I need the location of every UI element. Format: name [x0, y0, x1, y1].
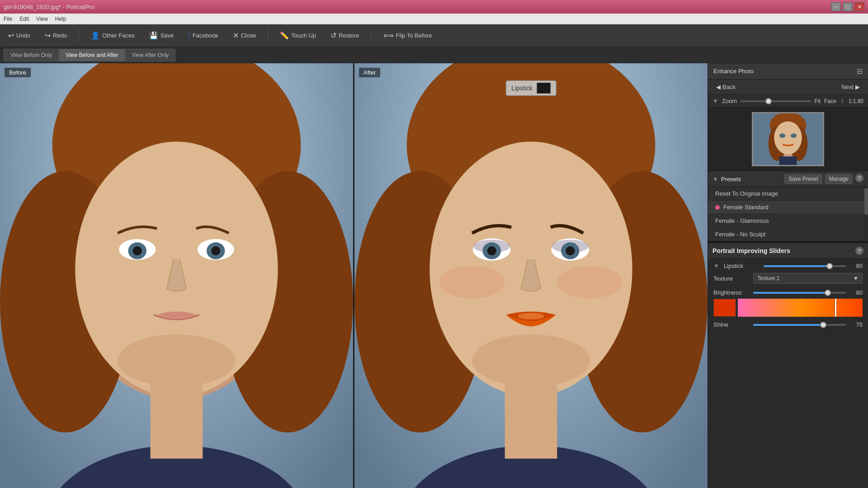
lipstick-slider-track[interactable] — [764, 265, 846, 267]
next-label: Next — [841, 84, 854, 90]
back-button[interactable]: ◀ Back — [712, 82, 739, 92]
restore-label: Restore — [339, 32, 359, 39]
presets-scrollbar[interactable] — [864, 187, 868, 241]
after-panel: After Lipstick — [354, 63, 708, 488]
lipstick-slider-thumb[interactable] — [826, 263, 833, 269]
chevron-down-icon: ▼ — [712, 98, 718, 104]
presets-chevron-icon: ▼ — [712, 176, 718, 183]
shine-label: Shine — [713, 321, 750, 328]
other-faces-button[interactable]: 👤 Other Faces — [88, 29, 137, 42]
separator-3 — [371, 29, 372, 42]
svg-point-12 — [211, 246, 220, 255]
separator-1 — [79, 29, 79, 42]
lipstick-chevron-icon: ▼ — [713, 263, 719, 269]
viewbar: View Before Only View Before and After V… — [0, 47, 868, 63]
texture-value: Texture 1 — [757, 275, 779, 282]
menu-view[interactable]: View — [36, 16, 48, 22]
shine-slider-value: 75 — [850, 321, 863, 328]
flip-to-before-button[interactable]: ⟺ Flip To Before — [381, 29, 435, 42]
menu-file[interactable]: File — [4, 16, 12, 22]
minimize-button[interactable]: ─ — [831, 2, 841, 11]
brightness-slider-thumb[interactable] — [825, 290, 831, 296]
shine-slider-track[interactable] — [753, 324, 846, 326]
back-label: Back — [722, 84, 736, 90]
close-button[interactable]: ✕ Close — [230, 29, 259, 42]
zoom-fit-button[interactable]: Fit — [815, 98, 821, 104]
before-panel: Before — [0, 63, 354, 488]
preset-item-female-no-sculpt[interactable]: Female - No Sculpt — [708, 228, 868, 241]
view-after-only-button[interactable]: View After Only — [125, 49, 175, 61]
menu-edit[interactable]: Edit — [19, 16, 29, 22]
close-window-button[interactable]: ✕ — [854, 2, 864, 11]
lipstick-section: ▼ Lipstick 80 Texture Texture 1 ▼ Bright… — [708, 259, 868, 334]
before-label: Before — [5, 68, 31, 77]
back-arrow-icon: ◀ — [716, 84, 721, 90]
other-faces-label: Other Faces — [102, 32, 135, 39]
presets-list: Reset To Original Image Female Standard … — [708, 187, 868, 241]
nav-row: ◀ Back Next ▶ — [708, 80, 868, 95]
lipstick-popup: Lipstick — [505, 80, 557, 96]
next-button[interactable]: Next ▶ — [838, 82, 863, 92]
view-before-and-after-button[interactable]: View Before and After — [59, 49, 125, 61]
svg-point-30 — [472, 334, 590, 387]
presets-title-row: ▼ Presets — [712, 176, 741, 183]
touch-up-button[interactable]: ✏️ Touch Up — [277, 29, 319, 42]
lipstick-slider-fill — [764, 265, 830, 267]
undo-label: Undo — [16, 32, 30, 39]
svg-point-13 — [118, 334, 235, 387]
texture-row: Texture Texture 1 ▼ — [713, 271, 863, 286]
preset-reset-label: Reset To Original Image — [715, 190, 778, 197]
facebook-icon: f — [188, 32, 190, 40]
preset-actions: Save Preset Manage ? — [784, 174, 863, 184]
svg-point-27 — [487, 246, 496, 255]
color-swatch[interactable] — [713, 299, 736, 317]
svg-rect-31 — [505, 380, 557, 459]
zoom-thumb[interactable] — [765, 98, 772, 104]
undo-icon: ↩ — [8, 31, 14, 40]
svg-point-32 — [439, 266, 505, 298]
preset-item-female-glamorous[interactable]: Female - Glamorous — [708, 214, 868, 228]
shine-slider-row: Shine 75 — [713, 321, 863, 328]
color-picker-row — [713, 299, 863, 317]
facebook-button[interactable]: f Facebook — [185, 30, 221, 42]
next-arrow-icon: ▶ — [855, 84, 860, 90]
lipstick-slider-row: ▼ Lipstick 80 — [713, 263, 863, 269]
after-image — [354, 63, 708, 488]
separator-2 — [268, 29, 268, 42]
zoom-face-button[interactable]: Face — [824, 98, 836, 104]
brightness-slider-track[interactable] — [753, 292, 846, 294]
undo-button[interactable]: ↩ Undo — [5, 29, 33, 42]
view-before-only-button[interactable]: View Before Only — [4, 49, 59, 61]
maximize-button[interactable]: □ — [843, 2, 853, 11]
restore-button[interactable]: ↺ Restore — [328, 29, 362, 42]
collapse-icon[interactable]: ⊟ — [857, 67, 863, 75]
shine-slider-fill — [753, 324, 823, 326]
thumbnail-frame — [752, 112, 824, 166]
preset-item-reset[interactable]: Reset To Original Image — [708, 187, 868, 201]
presets-scrollbar-thumb — [864, 188, 868, 215]
preset-item-female-standard[interactable]: Female Standard — [708, 201, 868, 214]
titlebar-title: girl-919048_1920.jpg* - PortraitPro — [4, 4, 94, 10]
sliders-title: Portrait Improving Sliders — [712, 247, 790, 254]
zoom-slider[interactable] — [741, 100, 811, 102]
lipstick-color-swatch[interactable] — [537, 83, 551, 94]
close-icon: ✕ — [233, 31, 239, 40]
sliders-header: Portrait Improving Sliders ? — [708, 241, 868, 259]
menu-help[interactable]: Help — [55, 16, 66, 22]
presets-help-icon[interactable]: ? — [855, 174, 863, 182]
shine-slider-thumb[interactable] — [820, 322, 826, 328]
color-gradient-picker[interactable] — [738, 299, 863, 317]
sliders-help-icon[interactable]: ? — [855, 247, 863, 255]
after-label: After — [359, 68, 380, 77]
facebook-label: Facebook — [193, 32, 218, 39]
manage-button[interactable]: Manage — [825, 174, 853, 184]
save-preset-button[interactable]: Save Preset — [784, 174, 822, 184]
svg-point-28 — [566, 246, 575, 255]
presets-label: Presets — [721, 176, 741, 183]
save-button[interactable]: 💾 Save — [146, 29, 177, 42]
redo-button[interactable]: ↪ Redo — [42, 29, 70, 42]
texture-select[interactable]: Texture 1 ▼ — [753, 273, 863, 284]
thumbnail-area — [708, 108, 868, 171]
svg-point-40 — [779, 133, 785, 138]
save-label: Save — [160, 32, 174, 39]
